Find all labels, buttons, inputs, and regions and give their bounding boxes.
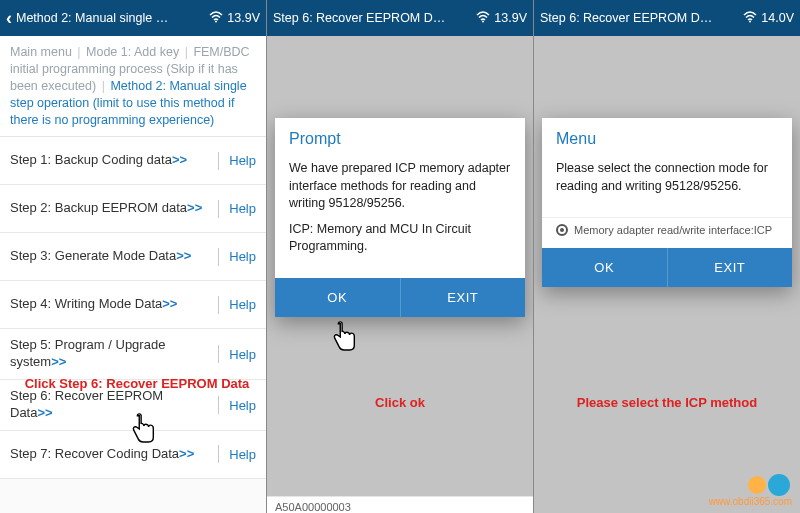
help-link[interactable]: Help bbox=[229, 347, 256, 362]
wifi-icon bbox=[743, 11, 757, 26]
dialog-text-1: We have prepared ICP memory adapter inte… bbox=[289, 160, 511, 213]
step-label: Step 5: Program / Upgrade system>> bbox=[10, 337, 208, 371]
watermark-text: www.obdii365.com bbox=[709, 496, 792, 507]
radio-icon bbox=[556, 224, 568, 236]
header-title: Step 6: Recover EEPROM D… bbox=[540, 11, 739, 25]
step-row[interactable]: Step 4: Writing Mode Data>>Help bbox=[0, 281, 266, 329]
header-bar: Step 6: Recover EEPROM D… 14.0V bbox=[534, 0, 800, 36]
dialog-button-row: OK EXIT bbox=[275, 278, 525, 317]
voltage-label: 13.9V bbox=[227, 11, 260, 25]
step-label: Step 3: Generate Mode Data>> bbox=[10, 248, 208, 265]
exit-button[interactable]: EXIT bbox=[667, 248, 793, 287]
breadcrumb: Main menu | Mode 1: Add key | FEM/BDC in… bbox=[0, 36, 266, 137]
svg-point-2 bbox=[749, 20, 751, 22]
help-link[interactable]: Help bbox=[229, 201, 256, 216]
svg-point-0 bbox=[215, 20, 217, 22]
vertical-divider bbox=[218, 345, 219, 363]
annotation-text: Click ok bbox=[267, 395, 533, 410]
wifi-icon bbox=[209, 11, 223, 26]
back-icon[interactable]: ‹ bbox=[6, 8, 12, 29]
step-row[interactable]: Step 5: Program / Upgrade system>>Help bbox=[0, 329, 266, 380]
dialog-title: Menu bbox=[542, 118, 792, 156]
vertical-divider bbox=[218, 445, 219, 463]
three-panel-container: ‹ Method 2: Manual single … 13.9V Main m… bbox=[0, 0, 800, 513]
step-list: Step 1: Backup Coding data>>HelpStep 2: … bbox=[0, 137, 266, 479]
header-title: Step 6: Recover EEPROM D… bbox=[273, 11, 472, 25]
header-bar: ‹ Method 2: Manual single … 13.9V bbox=[0, 0, 266, 36]
crumb-divider: | bbox=[74, 45, 84, 59]
step-label: Step 2: Backup EEPROM data>> bbox=[10, 200, 208, 217]
radio-label: Memory adapter read/write interface:ICP bbox=[574, 224, 772, 236]
vertical-divider bbox=[218, 296, 219, 314]
step-label: Step 6: Recover EEPROM Data>> bbox=[10, 388, 208, 422]
help-link[interactable]: Help bbox=[229, 249, 256, 264]
serial-label: A50A00000003 bbox=[267, 496, 533, 513]
ok-button[interactable]: OK bbox=[275, 278, 400, 317]
step-row[interactable]: Step 7: Recover Coding Data>>Help bbox=[0, 431, 266, 479]
help-link[interactable]: Help bbox=[229, 297, 256, 312]
watermark: www.obdii365.com bbox=[709, 474, 792, 507]
step-label: Step 7: Recover Coding Data>> bbox=[10, 446, 208, 463]
panel-left: ‹ Method 2: Manual single … 13.9V Main m… bbox=[0, 0, 267, 513]
crumb-divider: | bbox=[181, 45, 191, 59]
crumb[interactable]: Main menu bbox=[10, 45, 72, 59]
crumb-divider: | bbox=[98, 79, 108, 93]
help-link[interactable]: Help bbox=[229, 447, 256, 462]
annotation-text: Please select the ICP method bbox=[534, 395, 800, 410]
dialog-text-2: ICP: Memory and MCU In Circuit Programmi… bbox=[289, 221, 511, 256]
wifi-icon bbox=[476, 11, 490, 26]
step-label: Step 1: Backup Coding data>> bbox=[10, 152, 208, 169]
svg-point-1 bbox=[482, 20, 484, 22]
prompt-dialog: Prompt We have prepared ICP memory adapt… bbox=[275, 118, 525, 317]
step-label: Step 4: Writing Mode Data>> bbox=[10, 296, 208, 313]
voltage-label: 13.9V bbox=[494, 11, 527, 25]
vertical-divider bbox=[218, 396, 219, 414]
header-bar: Step 6: Recover EEPROM D… 13.9V bbox=[267, 0, 533, 36]
help-link[interactable]: Help bbox=[229, 153, 256, 168]
header-title: Method 2: Manual single … bbox=[16, 11, 205, 25]
radio-option[interactable]: Memory adapter read/write interface:ICP bbox=[542, 217, 792, 248]
menu-dialog: Menu Please select the connection mode f… bbox=[542, 118, 792, 287]
dialog-button-row: OK EXIT bbox=[542, 248, 792, 287]
dialog-body: Please select the connection mode for re… bbox=[542, 156, 792, 217]
annotation-text: Click Step 6: Recover EEPROM Data bbox=[12, 376, 262, 391]
crumb[interactable]: Mode 1: Add key bbox=[86, 45, 179, 59]
step-row[interactable]: Step 2: Backup EEPROM data>>Help bbox=[0, 185, 266, 233]
help-link[interactable]: Help bbox=[229, 398, 256, 413]
vertical-divider bbox=[218, 248, 219, 266]
step-row[interactable]: Step 3: Generate Mode Data>>Help bbox=[0, 233, 266, 281]
vertical-divider bbox=[218, 200, 219, 218]
voltage-label: 14.0V bbox=[761, 11, 794, 25]
step-row[interactable]: Step 1: Backup Coding data>>Help bbox=[0, 137, 266, 185]
panel-middle: Step 6: Recover EEPROM D… 13.9V Prompt W… bbox=[267, 0, 534, 513]
panel-right: Step 6: Recover EEPROM D… 14.0V Menu Ple… bbox=[534, 0, 800, 513]
exit-button[interactable]: EXIT bbox=[400, 278, 526, 317]
dialog-text-1: Please select the connection mode for re… bbox=[556, 160, 778, 195]
dialog-body: We have prepared ICP memory adapter inte… bbox=[275, 156, 525, 278]
vertical-divider bbox=[218, 152, 219, 170]
dialog-title: Prompt bbox=[275, 118, 525, 156]
ok-button[interactable]: OK bbox=[542, 248, 667, 287]
